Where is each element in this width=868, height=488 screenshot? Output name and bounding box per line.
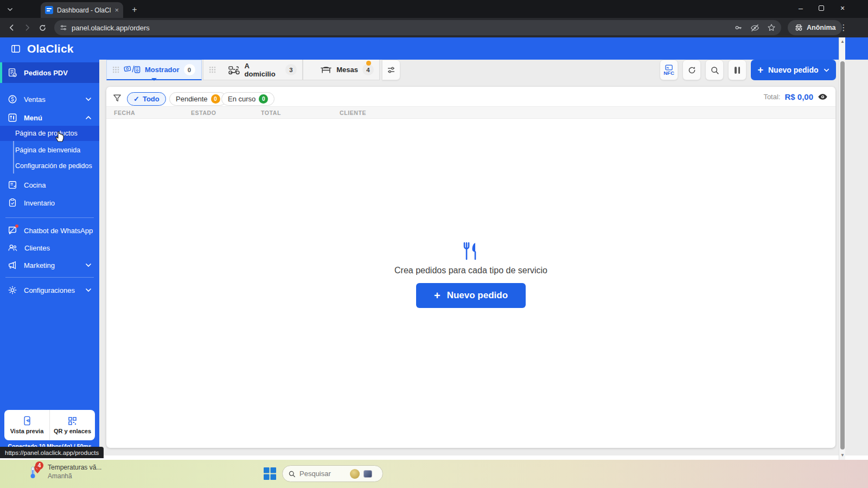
bookmark-star-icon[interactable] bbox=[767, 23, 776, 32]
qr-links-button[interactable]: QR y enlaces bbox=[49, 410, 95, 440]
sidebar-divider bbox=[5, 217, 94, 218]
clipboard-check-icon bbox=[8, 198, 17, 208]
sidebar-subitem-pagina-de-bienvenida[interactable]: Página de bienvenida bbox=[0, 142, 99, 158]
chevron-down-icon bbox=[85, 96, 92, 102]
sidebar-item-label: Chatbot de WhatsApp bbox=[24, 227, 93, 235]
chevron-down-icon[interactable] bbox=[824, 67, 829, 73]
sidebar-toggle-icon[interactable] bbox=[11, 44, 21, 54]
password-key-icon[interactable] bbox=[734, 23, 743, 32]
browser-tab[interactable]: Dashboard - OlaClick × bbox=[41, 2, 123, 18]
orders-main: Mostrador 0 A domicilio 3 Mesas 4 bbox=[99, 60, 839, 455]
sidebar-item-menu[interactable]: Menú bbox=[0, 109, 99, 126]
tab-count-badge: 3 bbox=[285, 64, 297, 75]
drag-handle-icon[interactable] bbox=[112, 66, 119, 73]
tabs-settings-button[interactable] bbox=[382, 60, 400, 80]
window-maximize-button[interactable] bbox=[810, 0, 832, 16]
chip-label: En curso bbox=[228, 95, 256, 103]
inprogress-count-badge: 0 bbox=[259, 94, 268, 104]
refresh-button[interactable] bbox=[682, 60, 701, 80]
scroll-up-arrow[interactable]: ▲ bbox=[840, 40, 845, 44]
tab-label: Mostrador bbox=[145, 66, 180, 74]
scrollbar-thumb[interactable] bbox=[840, 61, 845, 450]
orders-card: ✓ Todo Pendiente 0 En curso 0 Total: R$ … bbox=[106, 87, 835, 448]
tab-mostrador[interactable]: Mostrador 0 bbox=[106, 60, 202, 80]
new-order-label: Nuevo pedido bbox=[768, 66, 819, 74]
drag-handle-icon[interactable] bbox=[209, 66, 216, 73]
taskbar-weather-widget[interactable]: 4 Temperaturas vã... Amanhã bbox=[28, 464, 101, 480]
table-icon bbox=[320, 66, 332, 74]
sidebar-subitem-pagina-de-productos[interactable]: Página de productos bbox=[0, 126, 99, 141]
tab-search-chevron-icon[interactable] bbox=[3, 4, 16, 15]
tab-close-icon[interactable]: × bbox=[114, 7, 119, 14]
preview-button[interactable]: Vista previa bbox=[4, 410, 49, 440]
column-header-estado: ESTADO bbox=[191, 110, 216, 116]
cutlery-icon bbox=[8, 113, 17, 123]
chip-label: Pendiente bbox=[176, 95, 208, 103]
empty-state-new-order-button[interactable]: + Nuevo pedido bbox=[416, 283, 526, 308]
browser-tab-title: Dashboard - OlaClick bbox=[57, 7, 111, 14]
active-tab-pointer bbox=[151, 78, 157, 81]
browser-menu-icon[interactable]: ⋮ bbox=[837, 21, 850, 35]
column-header-fecha: FECHA bbox=[114, 110, 135, 116]
windows-start-icon[interactable] bbox=[264, 467, 276, 480]
check-icon: ✓ bbox=[133, 95, 139, 103]
nfc-button[interactable]: NFC bbox=[660, 60, 678, 80]
incognito-badge[interactable]: Anônima bbox=[788, 20, 842, 35]
back-icon[interactable] bbox=[4, 20, 20, 35]
sidebar-item-cocina[interactable]: Cocina bbox=[0, 176, 99, 194]
taskbar-search-box[interactable] bbox=[282, 465, 383, 482]
search-button[interactable] bbox=[705, 60, 724, 80]
sidebar-footer-card: Vista previa QR y enlaces bbox=[4, 410, 95, 440]
column-header-cliente: CLIENTE bbox=[340, 110, 366, 116]
taskbar-search-input[interactable] bbox=[299, 470, 346, 478]
cutlery-empty-state-icon bbox=[461, 242, 481, 260]
window-close-button[interactable]: × bbox=[832, 0, 853, 16]
app-header: OlaClick Actualiza tu Plan 5 Soporte bbox=[0, 37, 868, 60]
plus-icon: + bbox=[757, 65, 763, 76]
browser-tabstrip: Dashboard - OlaClick × + – × bbox=[0, 0, 868, 18]
forward-icon[interactable] bbox=[20, 20, 35, 35]
sidebar-item-marketing[interactable]: Marketing bbox=[0, 256, 99, 274]
tab-a-domicilio[interactable]: A domicilio 3 bbox=[203, 60, 303, 80]
sidebar-item-ventas[interactable]: Ventas bbox=[0, 91, 99, 108]
new-order-button[interactable]: + Nuevo pedido bbox=[751, 60, 836, 80]
new-tab-button[interactable]: + bbox=[129, 4, 140, 15]
total-value: R$ 0,00 bbox=[784, 92, 813, 101]
chevron-down-icon bbox=[85, 287, 92, 293]
total-visibility-eye-icon[interactable] bbox=[818, 93, 828, 101]
sidebar-item-configuraciones[interactable]: Configuraciones bbox=[0, 281, 99, 299]
page-scrollbar[interactable]: ▲ ▼ bbox=[839, 37, 845, 460]
column-view-button[interactable] bbox=[728, 60, 746, 80]
column-header-total: TOTAL bbox=[261, 110, 281, 116]
eye-off-icon[interactable] bbox=[750, 23, 760, 33]
sidebar-subitem-configuracion-de-pedidos[interactable]: Configuración de pedidos bbox=[0, 158, 99, 174]
filter-chip-en-curso[interactable]: En curso 0 bbox=[221, 92, 275, 106]
url-bar[interactable]: panel.olaclick.app/orders bbox=[54, 20, 781, 35]
plus-icon: + bbox=[434, 290, 441, 302]
tab-count-badge: 4 bbox=[362, 64, 374, 75]
nfc-label: NFC bbox=[663, 70, 674, 76]
site-settings-icon[interactable] bbox=[60, 24, 67, 31]
sidebar-item-clientes[interactable]: Clientes bbox=[0, 239, 99, 256]
sidebar-item-inventario[interactable]: Inventario bbox=[0, 194, 99, 211]
counter-payment-icon bbox=[124, 65, 141, 75]
filter-chip-pendiente[interactable]: Pendiente 0 bbox=[169, 92, 227, 106]
window-minimize-button[interactable]: – bbox=[790, 0, 812, 16]
empty-state-message: Crea pedidos para cada tipo de servicio bbox=[106, 266, 835, 275]
sidebar-item-chatbot-whatsapp[interactable]: Chatbot de WhatsApp bbox=[0, 222, 99, 239]
sidebar-item-label: Menú bbox=[24, 114, 42, 122]
sidebar-item-pedidos-pdv[interactable]: Pedidos PDV bbox=[0, 62, 99, 83]
tab-label: Mesas bbox=[336, 66, 358, 74]
filter-funnel-icon[interactable] bbox=[113, 94, 122, 102]
drag-handle-icon[interactable] bbox=[309, 66, 309, 73]
search-highlight-coin-icon bbox=[350, 469, 360, 479]
scroll-down-arrow[interactable]: ▼ bbox=[840, 453, 845, 458]
weather-alert-badge: 4 bbox=[35, 461, 43, 470]
chevron-down-icon bbox=[85, 262, 92, 268]
tab-label: A domicilio bbox=[245, 62, 281, 78]
reload-icon[interactable] bbox=[35, 20, 50, 35]
screen: Dashboard - OlaClick × + – × panel.olacl… bbox=[0, 0, 868, 488]
filter-chip-todo[interactable]: ✓ Todo bbox=[127, 92, 166, 106]
search-highlight-device-icon bbox=[363, 470, 372, 478]
weather-subtitle: Amanhã bbox=[48, 472, 101, 480]
